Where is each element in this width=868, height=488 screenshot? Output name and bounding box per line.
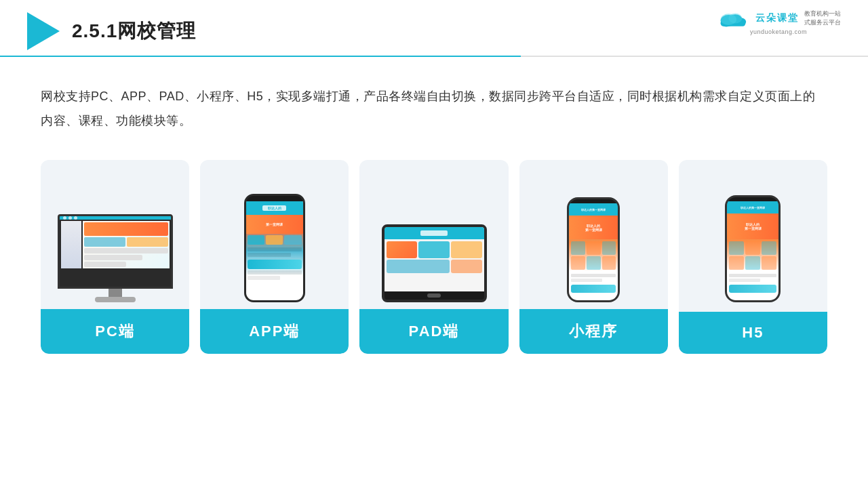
card-pad: PAD端 (359, 160, 508, 354)
brand-url: yunduoketang.com (750, 28, 807, 35)
card-pc: PC端 (41, 160, 189, 354)
header: 2.5.1网校管理 云朵课堂 教育机构一站式服务云平台 yunduoketang… (0, 0, 868, 50)
card-app-label: APP端 (200, 309, 349, 354)
tablet-device-icon (382, 224, 487, 302)
brand-logo: 云朵课堂 教育机构一站式服务云平台 yunduoketang.com (716, 8, 841, 35)
card-h5-image: 职达人的第一堂网课 职达人的第一堂网课 (686, 174, 821, 309)
card-mini-image: 职达人的第一堂网课 职达人的第一堂网课 (526, 174, 661, 309)
svg-point-6 (728, 14, 742, 24)
phone-device-icon: 职达人的 第一堂网课 (244, 194, 305, 302)
brand-name-cn: 云朵课堂 (755, 12, 799, 24)
card-app: 职达人的 第一堂网课 (200, 160, 349, 354)
card-pad-label: PAD端 (359, 309, 508, 354)
pc-monitor-icon (58, 214, 173, 302)
logo-triangle-icon (27, 12, 60, 50)
h5-phone-icon: 职达人的第一堂网课 职达人的第一堂网课 (725, 195, 781, 302)
page-title: 2.5.1网校管理 (72, 18, 196, 44)
card-app-image: 职达人的 第一堂网课 (207, 174, 342, 309)
card-pc-label: PC端 (41, 309, 189, 354)
description-paragraph: 网校支持PC、APP、PAD、小程序、H5，实现多端打通，产品各终端自由切换，数… (41, 84, 827, 133)
card-mini: 职达人的第一堂网课 职达人的第一堂网课 (519, 160, 668, 354)
brand-tagline: 教育机构一站式服务云平台 (804, 9, 841, 26)
card-mini-label: 小程序 (519, 309, 668, 354)
mini-phone-icon: 职达人的第一堂网课 职达人的第一堂网课 (567, 197, 620, 302)
card-h5-label: H5 (679, 312, 827, 354)
description-text: 网校支持PC、APP、PAD、小程序、H5，实现多端打通，产品各终端自由切换，数… (41, 84, 827, 133)
card-h5: 职达人的第一堂网课 职达人的第一堂网课 (679, 160, 827, 354)
card-pc-image (47, 174, 182, 309)
cloud-icon (716, 8, 750, 28)
cards-container: PC端 职达人的 第一堂网课 (41, 160, 827, 354)
header-divider (0, 56, 868, 57)
card-pad-image (366, 174, 501, 309)
